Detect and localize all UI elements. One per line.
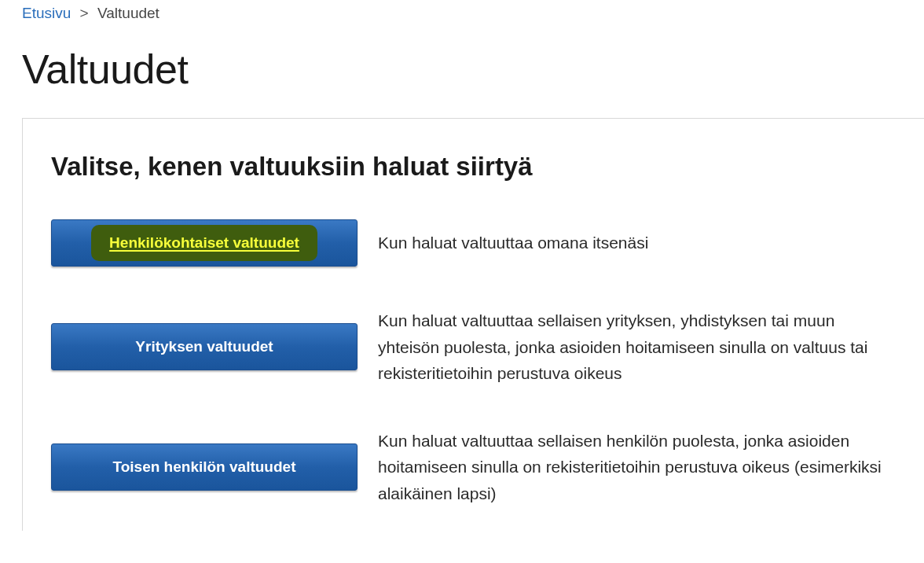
breadcrumb-current: Valtuudet xyxy=(97,5,160,21)
highlight-overlay: Henkilökohtaiset valtuudet xyxy=(91,225,317,261)
other-person-mandates-description: Kun haluat valtuuttaa sellaisen henkilön… xyxy=(378,428,896,507)
card-heading: Valitse, kenen valtuuksiin haluat siirty… xyxy=(51,152,896,182)
page-title: Valtuudet xyxy=(0,28,924,118)
personal-mandates-description: Kun haluat valtuuttaa omana itsenäsi xyxy=(378,230,648,256)
personal-mandates-button[interactable]: Henkilökohtaiset valtuudet xyxy=(51,219,358,267)
option-row-company: Yrityksen valtuudet Kun haluat valtuutta… xyxy=(51,307,896,387)
option-row-other-person: Toisen henkilön valtuudet Kun haluat val… xyxy=(51,428,896,507)
company-mandates-description: Kun haluat valtuuttaa sellaisen yritykse… xyxy=(378,307,896,387)
other-person-mandates-label: Toisen henkilön valtuudet xyxy=(113,458,296,476)
selection-card: Valitse, kenen valtuuksiin haluat siirty… xyxy=(22,118,924,531)
company-mandates-button[interactable]: Yrityksen valtuudet xyxy=(51,323,358,370)
company-mandates-label: Yrityksen valtuudet xyxy=(135,338,273,355)
option-row-personal: Henkilökohtaiset valtuudet Kun haluat va… xyxy=(51,219,896,267)
breadcrumb-home-link[interactable]: Etusivu xyxy=(22,5,71,21)
breadcrumb-separator: > xyxy=(80,5,89,21)
other-person-mandates-button[interactable]: Toisen henkilön valtuudet xyxy=(51,443,358,491)
personal-mandates-label: Henkilökohtaiset valtuudet xyxy=(109,234,299,252)
breadcrumb: Etusivu > Valtuudet xyxy=(0,0,924,28)
